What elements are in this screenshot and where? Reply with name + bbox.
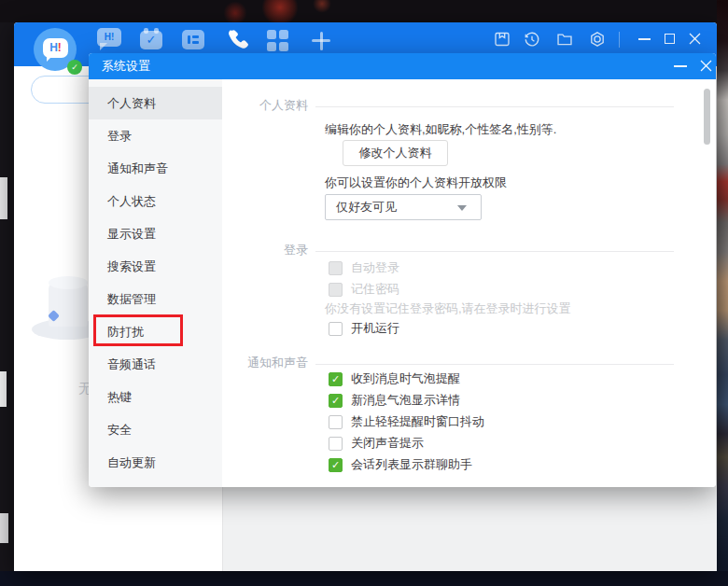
checkbox-no-window-shake[interactable] <box>329 415 343 429</box>
docs-icon[interactable] <box>181 28 205 50</box>
sidebar-item-data[interactable]: 数据管理 <box>89 283 222 315</box>
section-divider <box>315 251 674 252</box>
section-label-login: 登录 <box>222 242 308 258</box>
checkbox-auto-login[interactable] <box>329 261 343 275</box>
visibility-dropdown[interactable]: 仅好友可见 <box>325 194 482 220</box>
sidebar-item-auto-update[interactable]: 自动更新 <box>89 446 222 479</box>
checkbox-remember-password[interactable] <box>329 283 343 297</box>
checkbox-row-no-window-shake: 禁止轻轻提醒时窗口抖动 <box>329 413 484 430</box>
checkbox-row-remember-password: 记住密码 <box>329 281 399 298</box>
edit-profile-button[interactable]: 修改个人资料 <box>343 140 448 166</box>
checkbox-label: 记住密码 <box>351 281 399 298</box>
background-window-edge <box>0 177 7 219</box>
desktop-wallpaper-top <box>0 0 728 22</box>
docs-line <box>188 35 190 44</box>
tim-chat-icon[interactable]: H! <box>97 28 121 50</box>
add-icon[interactable] <box>309 28 333 50</box>
sidebar-item-notifications[interactable]: 通知和声音 <box>89 152 222 185</box>
desktop-wallpaper-right <box>717 0 728 586</box>
checkbox-label: 开机运行 <box>351 320 399 337</box>
profile-description: 编辑你的个人资料,如昵称,个性签名,性别等. <box>325 121 556 138</box>
sidebar-item-hotkeys[interactable]: 热键 <box>89 381 222 413</box>
section-label-notifications: 通知和声音 <box>222 355 308 371</box>
checkbox-label: 禁止轻轻提醒时窗口抖动 <box>351 413 484 430</box>
checkbox-label: 新消息气泡显示详情 <box>351 392 460 409</box>
docs-line <box>192 35 199 38</box>
docs-sheet <box>182 30 204 49</box>
settings-gear-icon[interactable] <box>589 31 606 48</box>
checkbox-mute-sound[interactable] <box>329 437 343 451</box>
checkbox-label: 收到消息时气泡提醒 <box>351 370 460 387</box>
online-status-badge: ✓ <box>67 60 82 75</box>
sidebar-item-search[interactable]: 搜索设置 <box>89 250 222 283</box>
chevron-down-icon <box>457 205 467 211</box>
chat-bubble-logo: H! <box>97 28 121 47</box>
checkbox-label: 关闭声音提示 <box>351 435 424 452</box>
checkbox-group-assistant[interactable] <box>329 458 343 472</box>
grid-square <box>267 30 276 39</box>
checkbox-label: 会话列表显示群聊助手 <box>351 456 472 473</box>
sidebar-item-display[interactable]: 显示设置 <box>89 217 222 250</box>
desktop-wallpaper-bottom <box>0 571 728 586</box>
profile-permission-hint: 你可以设置你的个人资料开放权限 <box>325 174 507 191</box>
checkbox-row-mute-sound: 关闭声音提示 <box>329 435 424 452</box>
grid-square <box>267 42 276 51</box>
section-label-profile: 个人资料 <box>222 97 308 114</box>
settings-content: 个人资料 编辑你的个人资料,如昵称,个性签名,性别等. 修改个人资料 你可以设置… <box>222 79 716 487</box>
sidebar-item-login[interactable]: 登录 <box>89 119 222 152</box>
scrollbar-thumb[interactable] <box>704 89 710 145</box>
checkbox-row-run-at-startup: 开机运行 <box>329 320 399 337</box>
window-minimize-button[interactable] <box>638 38 651 40</box>
section-divider <box>315 364 674 365</box>
folder-icon[interactable] <box>556 31 573 48</box>
plus-bar <box>320 32 323 50</box>
visibility-dropdown-value: 仅好友可见 <box>336 195 397 219</box>
settings-sidebar: 个人资料 登录 通知和声音 个人状态 显示设置 搜索设置 数据管理 防打扰 音频… <box>89 79 222 487</box>
background-window-edge <box>0 371 7 407</box>
tim-logo: H! <box>43 38 68 58</box>
checkbox-bubble-reminder[interactable] <box>329 372 343 386</box>
checkbox-row-bubble-details: 新消息气泡显示详情 <box>329 392 460 409</box>
docs-line <box>192 41 199 44</box>
login-password-hint: 你没有设置记住登录密码,请在登录时进行设置 <box>325 300 571 317</box>
desktop-wallpaper-left <box>0 22 14 571</box>
archive-box-icon[interactable] <box>494 31 511 48</box>
grid-square <box>279 42 288 51</box>
sidebar-item-profile[interactable]: 个人资料 <box>89 87 222 119</box>
checkbox-row-group-assistant: 会话列表显示群聊助手 <box>329 456 472 473</box>
sidebar-item-status[interactable]: 个人状态 <box>89 185 222 217</box>
dialog-close-button[interactable] <box>699 59 713 73</box>
window-maximize-button[interactable] <box>665 34 675 44</box>
checkbox-label: 自动登录 <box>351 259 399 276</box>
sidebar-item-audio-call[interactable]: 音频通话 <box>89 348 222 381</box>
background-window-edge <box>0 513 8 543</box>
empty-state-illustration <box>49 276 88 289</box>
window-close-button[interactable] <box>688 32 702 46</box>
checkbox-bubble-details[interactable] <box>329 394 343 408</box>
dialog-minimize-button[interactable] <box>674 65 687 67</box>
dialog-title: 系统设置 <box>102 53 150 79</box>
checkbox-row-bubble-reminder: 收到消息时气泡提醒 <box>329 370 460 387</box>
calendar-check: ✓ <box>140 31 162 49</box>
section-divider <box>315 106 674 107</box>
annotation-highlight-box <box>93 314 183 346</box>
checkbox-row-auto-login: 自动登录 <box>329 259 399 276</box>
history-icon[interactable] <box>524 31 540 48</box>
sidebar-item-security[interactable]: 安全 <box>89 413 222 446</box>
titlebar-divider <box>619 32 620 48</box>
checkbox-run-at-startup[interactable] <box>329 322 343 336</box>
grid-square <box>279 30 288 39</box>
phone-icon[interactable] <box>224 27 248 49</box>
calendar-icon[interactable]: ✓ <box>139 28 163 50</box>
settings-dialog: 系统设置 个人资料 登录 通知和声音 个人状态 显示设置 搜索设置 数据管理 防… <box>89 53 716 487</box>
apps-grid-icon[interactable] <box>266 28 290 50</box>
dialog-titlebar: 系统设置 <box>89 53 716 79</box>
